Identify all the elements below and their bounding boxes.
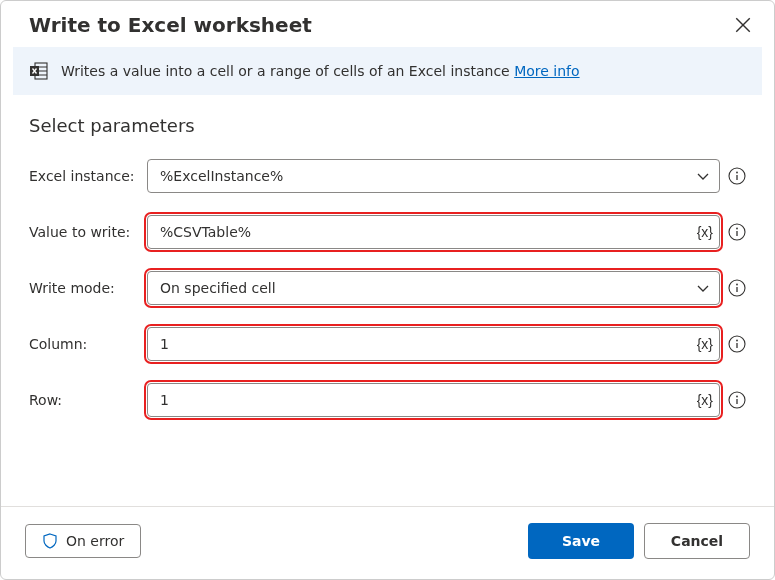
- info-icon: [728, 335, 746, 353]
- row-write-mode: Write mode:: [29, 260, 746, 316]
- variable-picker-icon[interactable]: {x}: [697, 224, 713, 240]
- info-icon: [728, 279, 746, 297]
- chevron-down-icon: [695, 280, 711, 296]
- info-icon: [728, 223, 746, 241]
- shield-icon: [42, 533, 58, 549]
- write-mode-dropdown[interactable]: [147, 271, 720, 305]
- row-input[interactable]: {x}: [147, 383, 720, 417]
- label-value-to-write: Value to write:: [29, 224, 139, 240]
- chevron-down-icon: [695, 168, 711, 184]
- svg-point-20: [736, 396, 738, 398]
- row-row: Row: {x}: [29, 372, 746, 428]
- row-excel-instance: Excel instance:: [29, 148, 746, 204]
- save-label: Save: [562, 533, 600, 549]
- label-excel-instance: Excel instance:: [29, 168, 139, 184]
- on-error-button[interactable]: On error: [25, 524, 141, 558]
- label-write-mode: Write mode:: [29, 280, 139, 296]
- info-column[interactable]: [728, 335, 746, 353]
- variable-picker-icon[interactable]: {x}: [697, 392, 713, 408]
- excel-instance-value[interactable]: [158, 167, 685, 185]
- row-value[interactable]: [158, 391, 685, 409]
- label-column: Column:: [29, 336, 139, 352]
- svg-point-8: [736, 172, 738, 174]
- svg-point-14: [736, 284, 738, 286]
- cancel-button[interactable]: Cancel: [644, 523, 750, 559]
- dialog-footer: On error Save Cancel: [1, 506, 774, 579]
- close-icon: [734, 16, 752, 34]
- column-input[interactable]: {x}: [147, 327, 720, 361]
- more-info-link[interactable]: More info: [514, 63, 579, 79]
- value-to-write-input[interactable]: {x}: [147, 215, 720, 249]
- save-button[interactable]: Save: [528, 523, 634, 559]
- info-write-mode[interactable]: [728, 279, 746, 297]
- banner-text-content: Writes a value into a cell or a range of…: [61, 63, 514, 79]
- dialog-header: Write to Excel worksheet: [1, 1, 774, 47]
- excel-instance-dropdown[interactable]: [147, 159, 720, 193]
- on-error-label: On error: [66, 533, 124, 549]
- label-row: Row:: [29, 392, 139, 408]
- row-column: Column: {x}: [29, 316, 746, 372]
- svg-point-11: [736, 228, 738, 230]
- write-mode-value[interactable]: [158, 279, 685, 297]
- banner-text: Writes a value into a cell or a range of…: [61, 63, 580, 79]
- parameters-panel: Excel instance: Value to write: {x}: [1, 148, 774, 428]
- value-to-write-value[interactable]: [158, 223, 685, 241]
- info-icon: [728, 167, 746, 185]
- dialog-title: Write to Excel worksheet: [29, 13, 312, 37]
- info-row[interactable]: [728, 391, 746, 409]
- info-value-to-write[interactable]: [728, 223, 746, 241]
- dialog-write-to-excel: Write to Excel worksheet Writes a value …: [0, 0, 775, 580]
- svg-point-17: [736, 340, 738, 342]
- cancel-label: Cancel: [671, 533, 723, 549]
- info-banner: Writes a value into a cell or a range of…: [13, 47, 762, 95]
- info-icon: [728, 391, 746, 409]
- section-heading: Select parameters: [1, 95, 774, 148]
- variable-picker-icon[interactable]: {x}: [697, 336, 713, 352]
- info-excel-instance[interactable]: [728, 167, 746, 185]
- column-value[interactable]: [158, 335, 685, 353]
- excel-icon: [29, 61, 49, 81]
- row-value-to-write: Value to write: {x}: [29, 204, 746, 260]
- close-button[interactable]: [734, 16, 752, 34]
